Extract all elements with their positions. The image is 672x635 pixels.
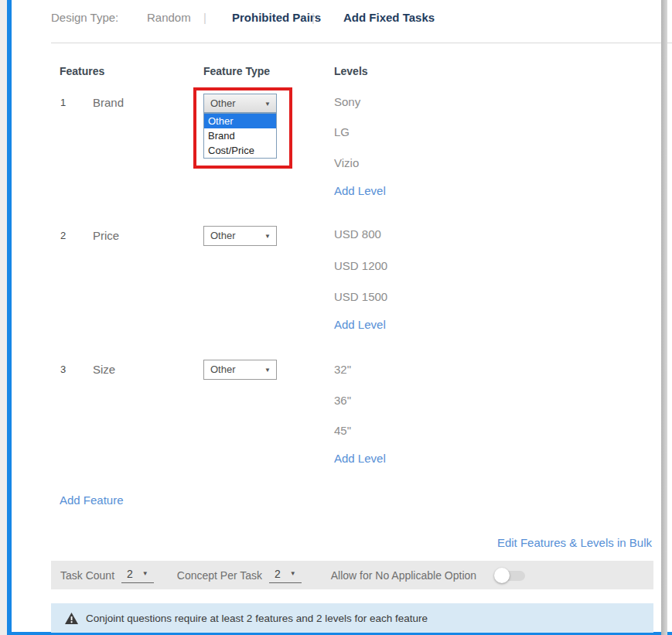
column-header-feature-type: Feature Type xyxy=(203,63,270,79)
chevron-down-icon: ▼ xyxy=(264,234,271,240)
design-type-add-fixed-tasks[interactable]: Add Fixed Tasks xyxy=(343,10,435,26)
no-applicable-option-label: Allow for No Applicable Option xyxy=(331,569,476,582)
no-applicable-option-toggle[interactable] xyxy=(494,568,525,583)
requirement-notice: Conjoint questions require at least 2 fe… xyxy=(51,603,653,633)
feature-type-dropdown-menu: Other Brand Cost/Price xyxy=(203,113,277,159)
chevron-down-icon: ▼ xyxy=(142,570,148,577)
level-value[interactable]: LG xyxy=(334,125,350,140)
concept-per-task-label: Concept Per Task xyxy=(177,569,262,582)
feature-type-select[interactable]: Other ▼ xyxy=(203,360,277,380)
feature-type-select[interactable]: Other ▼ xyxy=(203,226,277,246)
warning-triangle-icon xyxy=(65,613,78,624)
concept-per-task-select[interactable]: 2 ▼ xyxy=(269,568,302,583)
notice-text: Conjoint questions require at least 2 fe… xyxy=(86,613,428,624)
level-value[interactable]: 36" xyxy=(334,393,351,408)
level-value[interactable]: Vizio xyxy=(334,155,359,171)
feature-type-selected-value: Other xyxy=(210,230,236,241)
level-value[interactable]: 32" xyxy=(334,362,351,377)
task-settings-bar: Task Count 2 ▼ Concept Per Task 2 ▼ Allo… xyxy=(51,561,653,589)
feature-row-number: 3 xyxy=(60,362,66,377)
feature-name[interactable]: Size xyxy=(93,362,115,377)
feature-row-number: 1 xyxy=(60,95,66,111)
chevron-down-icon: ▼ xyxy=(264,367,271,374)
header-divider xyxy=(51,43,672,43)
column-header-levels: Levels xyxy=(334,63,368,79)
level-value[interactable]: USD 1200 xyxy=(334,258,387,274)
add-feature-link[interactable]: Add Feature xyxy=(60,493,124,508)
feature-name[interactable]: Brand xyxy=(93,95,124,111)
separator: | xyxy=(203,10,206,26)
task-count-select[interactable]: 2 ▼ xyxy=(121,568,154,583)
chevron-down-icon: ▼ xyxy=(290,570,296,577)
design-type-label: Design Type: xyxy=(51,10,118,26)
design-type-random[interactable]: Random xyxy=(147,10,191,26)
feature-name[interactable]: Price xyxy=(93,228,119,244)
page-gutter xyxy=(0,0,7,635)
separator: | xyxy=(312,10,315,26)
feature-type-selected-value: Other xyxy=(210,364,236,375)
conjoint-design-page: { "header": { "design_type_label": "Desi… xyxy=(0,0,672,635)
dropdown-option-cost-price[interactable]: Cost/Price xyxy=(204,143,276,158)
toggle-knob xyxy=(494,568,510,583)
task-count-label: Task Count xyxy=(60,569,114,582)
vertical-scrollbar[interactable] xyxy=(661,0,667,635)
feature-row-number: 2 xyxy=(60,228,66,244)
left-accent-bar xyxy=(7,0,12,635)
level-value[interactable]: USD 800 xyxy=(334,227,381,242)
chevron-down-icon: ▼ xyxy=(264,101,271,108)
add-level-link[interactable]: Add Level xyxy=(334,183,386,199)
feature-type-selected-value: Other xyxy=(210,97,236,109)
column-header-features: Features xyxy=(60,63,104,79)
design-type-prohibited-pairs[interactable]: Prohibited Pairs xyxy=(232,10,321,26)
edit-bulk-link[interactable]: Edit Features & Levels in Bulk xyxy=(497,535,652,551)
concept-per-task-value: 2 xyxy=(275,568,281,580)
add-level-link[interactable]: Add Level xyxy=(334,317,386,333)
dropdown-option-brand[interactable]: Brand xyxy=(204,128,276,143)
level-value[interactable]: Sony xyxy=(334,94,360,110)
add-level-link[interactable]: Add Level xyxy=(334,451,386,466)
feature-type-select-open[interactable]: Other ▼ xyxy=(203,94,277,113)
level-value[interactable]: 45" xyxy=(334,423,351,439)
level-value[interactable]: USD 1500 xyxy=(334,289,387,305)
dropdown-option-other[interactable]: Other xyxy=(204,114,276,128)
task-count-value: 2 xyxy=(127,568,133,580)
